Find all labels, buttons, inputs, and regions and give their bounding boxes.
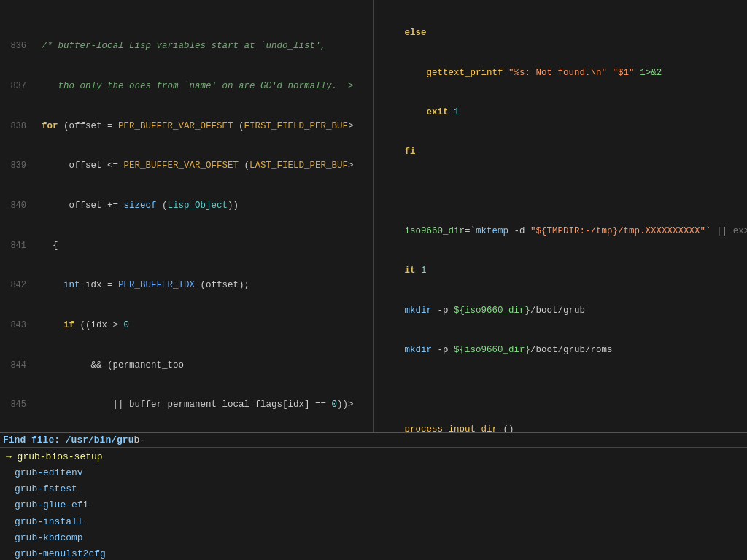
file-list: grub-bios-setup grub-editenv grub-fstest… — [0, 447, 747, 560]
right-line-6: iso9660_dir=`mktemp -d "${TMPDIR:-/tmp}/… — [374, 225, 748, 238]
file-item-grub-bios-setup[interactable]: grub-bios-setup — [0, 449, 747, 465]
file-item-grub-menulst2cfg[interactable]: grub-menulst2cfg — [0, 546, 747, 560]
code-line-838: 838 for (offset = PER_BUFFER_VAR_OFFSET … — [0, 120, 374, 133]
minibuffer-prompt: Find file: /usr/bin/gru — [3, 435, 133, 446]
right-line-7: it 1 — [374, 264, 748, 277]
right-line-10 — [374, 384, 748, 397]
minibuffer-input[interactable]: b- — [133, 435, 145, 446]
right-line-11: process_input_dir () — [374, 423, 748, 432]
code-line-841: 841 { — [0, 239, 374, 252]
file-item-grub-glue-efi[interactable]: grub-glue-efi — [0, 497, 747, 513]
left-pane[interactable]: 836 /* buffer-local Lisp variables start… — [0, 0, 374, 432]
right-line-2: gettext_printf "%s: Not found.\n" "$1" 1… — [374, 66, 748, 79]
right-line-8: mkdir -p ${iso9660_dir}/boot/grub — [374, 304, 748, 317]
right-pane[interactable]: else gettext_printf "%s: Not found.\n" "… — [374, 0, 748, 432]
code-line-837: 837 tho only the ones from `name' on are… — [0, 79, 374, 93]
file-item-grub-install[interactable]: grub-install — [0, 514, 747, 530]
minibuffer[interactable]: Find file: /usr/bin/grub- — [0, 432, 747, 447]
file-item-grub-fstest[interactable]: grub-fstest — [0, 481, 747, 497]
editor-container: 836 /* buffer-local Lisp variables start… — [0, 0, 747, 560]
code-panes: 836 /* buffer-local Lisp variables start… — [0, 0, 747, 432]
code-line-845: 845 || buffer_permanent_local_flags[idx]… — [0, 398, 374, 411]
right-line-5 — [374, 185, 748, 198]
code-line-840: 840 offset += sizeof (Lisp_Object)) — [0, 199, 374, 212]
code-line-842: 842 int idx = PER_BUFFER_IDX (offset); — [0, 279, 374, 292]
file-item-grub-kbdcomp[interactable]: grub-kbdcomp — [0, 530, 747, 546]
code-line-844: 844 && (permanent_too — [0, 359, 374, 372]
right-line-4: fi — [374, 145, 748, 158]
file-item-grub-editenv[interactable]: grub-editenv — [0, 465, 747, 481]
right-line-3: exit 1 — [374, 106, 748, 119]
right-line-9: mkdir -p ${iso9660_dir}/boot/grub/roms — [374, 343, 748, 357]
right-line-1: else — [374, 26, 748, 39]
code-line-839: 839 offset <= PER_BUFFER_VAR_OFFSET (LAS… — [0, 159, 374, 172]
code-line-843: 843 if ((idx > 0 — [0, 319, 374, 332]
code-line-836: 836 /* buffer-local Lisp variables start… — [0, 39, 374, 52]
right-code-content: else gettext_printf "%s: Not found.\n" "… — [374, 0, 748, 432]
left-code-content: 836 /* buffer-local Lisp variables start… — [0, 0, 374, 432]
